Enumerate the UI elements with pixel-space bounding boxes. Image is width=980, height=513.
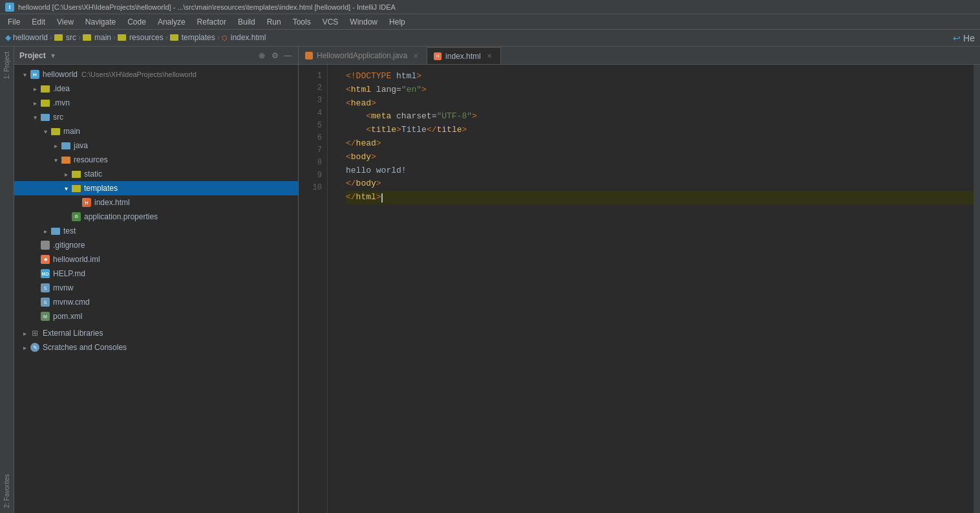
tree-item-src[interactable]: src [14, 110, 298, 124]
tree-icon-templates [71, 183, 81, 193]
tree-arrow-mvn[interactable] [30, 98, 40, 108]
tree-icon-gitignore [40, 240, 50, 250]
menu-build[interactable]: Build [233, 16, 261, 28]
tree-icon-java [61, 140, 71, 151]
tree-arrow-scratches[interactable] [19, 342, 30, 353]
breadcrumb-wrapper: ◆ helloworld › src › main › resources › … [0, 30, 980, 47]
code-area[interactable]: <!DOCTYPE html> <html lang="en"> <head> … [341, 65, 974, 513]
breadcrumb-helloworld-label: helloworld [13, 33, 48, 42]
panel-action-minimize[interactable]: — [282, 50, 293, 61]
menu-file[interactable]: File [3, 16, 25, 28]
breadcrumb-main[interactable]: main [83, 33, 111, 42]
tree-item-gitignore[interactable]: .gitignore [14, 238, 298, 252]
token-4-3: charset= [391, 110, 436, 124]
tree-item-templates[interactable]: templates [14, 181, 298, 195]
tree-item-static[interactable]: static [14, 167, 298, 181]
breadcrumb-src[interactable]: src [54, 33, 76, 42]
tree-item-scratches[interactable]: ✎ Scratches and Consoles [14, 340, 298, 355]
tree-item-ext-libs[interactable]: ⊞ External Libraries [14, 326, 298, 340]
menu-view[interactable]: View [52, 16, 79, 28]
tree-arrow-idea[interactable] [30, 83, 40, 94]
panel-action-settings[interactable]: ⚙ [270, 50, 280, 61]
html-file-icon: ⬡ [222, 34, 228, 41]
tree-icon-pomxml: M [40, 311, 50, 322]
editor-scrollbar[interactable] [974, 65, 980, 513]
tree-item-helpmd[interactable]: MD HELP.md [14, 267, 298, 281]
project-tool-label[interactable]: 1: Project [2, 49, 12, 82]
tree-item-mvnw[interactable]: S mvnw [14, 281, 298, 295]
tree-item-mvnwcmd[interactable]: S mvnw.cmd [14, 295, 298, 309]
tree-arrow-templates[interactable] [61, 183, 71, 193]
gutter-line-4 [328, 110, 341, 124]
menu-navigate[interactable]: Navigate [80, 16, 121, 28]
gutter-line-8 [328, 164, 341, 178]
menu-code[interactable]: Code [122, 16, 151, 28]
tree-item-helloworld[interactable]: H helloworld C:\Users\XH\IdeaProjects\he… [14, 67, 298, 82]
tree-arrow-test[interactable] [40, 226, 50, 236]
tree-item-appprops[interactable]: ⚙ application.properties [14, 210, 298, 224]
menu-refactor[interactable]: Refactor [192, 16, 231, 28]
menu-window[interactable]: Window [345, 16, 383, 28]
main-area: 1: Project 2: Favorites Project ▾ ⊕ ⚙ — … [0, 47, 980, 513]
tree-arrow-helloworld[interactable] [19, 69, 30, 80]
token-5-6: title [436, 124, 462, 137]
tree-item-mvn[interactable]: .mvn [14, 96, 298, 110]
tree-item-test[interactable]: test [14, 224, 298, 238]
tree-arrow-resources[interactable] [50, 155, 61, 165]
tab-close-indexhtml[interactable]: ✕ [485, 52, 494, 61]
tree-label-templates: templates [84, 184, 118, 193]
tree-arrow-ext-libs[interactable] [19, 328, 30, 338]
menu-vcs[interactable]: VCS [317, 16, 344, 28]
panel-dropdown-icon[interactable]: ▾ [51, 51, 55, 60]
panel-action-add[interactable]: ⊕ [257, 50, 267, 61]
tree-item-resources[interactable]: resources [14, 153, 298, 167]
menu-tools[interactable]: Tools [288, 16, 316, 28]
iml-icon: ◆ [41, 255, 50, 264]
tree-icon-test [50, 226, 61, 236]
tree-item-idea[interactable]: .idea [14, 82, 298, 96]
line-num-7: 7 [299, 144, 322, 157]
tree-label-resources: resources [74, 155, 108, 164]
breadcrumb-resources-label: resources [129, 33, 164, 42]
menu-analyze[interactable]: Analyze [153, 16, 191, 28]
menu-run[interactable]: Run [262, 16, 286, 28]
token-5-2: title [371, 124, 396, 137]
token-2-4: "en" [401, 83, 421, 97]
tree-arrow-static[interactable] [61, 169, 71, 179]
menu-help[interactable]: Help [384, 16, 410, 28]
breadcrumb-right-actions: ↩ He [948, 33, 980, 43]
token-1-1: <!DOCTYPE [346, 70, 396, 83]
breadcrumb-sep-4: › [165, 33, 168, 42]
tree-arrow-main[interactable] [40, 126, 50, 136]
tab-helloworldapp[interactable]: HelloworldApplication.java ✕ [299, 47, 427, 64]
gutter-line-9 [328, 177, 341, 191]
breadcrumb-templates[interactable]: templates [170, 33, 215, 42]
tree-icon-helloworld: H [30, 69, 40, 80]
token-10-2: html [356, 191, 376, 204]
tree-item-pomxml[interactable]: M pom.xml [14, 309, 298, 323]
tree-item-main[interactable]: main [14, 124, 298, 138]
menu-edit[interactable]: Edit [27, 16, 50, 28]
tab-indexhtml[interactable]: H index.html ✕ [427, 47, 501, 64]
breadcrumb-resources[interactable]: resources [118, 33, 164, 42]
forward-action-icon[interactable]: He [963, 33, 975, 43]
breadcrumb-indexhtml[interactable]: ⬡ index.html [222, 33, 266, 42]
project-panel: Project ▾ ⊕ ⚙ — H helloworld C:\Users\XH… [14, 47, 299, 513]
tree-item-java[interactable]: java [14, 138, 298, 153]
tree-arrow-src[interactable] [30, 112, 40, 122]
token-4-0 [346, 110, 366, 124]
breadcrumb-helloworld[interactable]: ◆ helloworld [5, 33, 48, 42]
tree-icon-static [71, 169, 81, 179]
token-6-3: > [376, 137, 381, 151]
tab-close-helloworldapp[interactable]: ✕ [411, 51, 420, 60]
tree-item-iml[interactable]: ◆ helloworld.iml [14, 252, 298, 267]
html-icon: H [82, 198, 91, 207]
tree-arrow-java[interactable] [50, 140, 61, 151]
tree-item-indexhtml[interactable]: H index.html [14, 195, 298, 210]
editor-content[interactable]: 1 2 3 4 5 6 7 8 9 10 [299, 65, 980, 513]
tree-label-pomxml: pom.xml [53, 312, 82, 321]
back-action-icon[interactable]: ↩ [953, 33, 961, 43]
folder-icon-src [54, 34, 63, 41]
favorites-tool-label[interactable]: 2: Favorites [2, 472, 12, 510]
token-3-1: < [346, 97, 351, 111]
